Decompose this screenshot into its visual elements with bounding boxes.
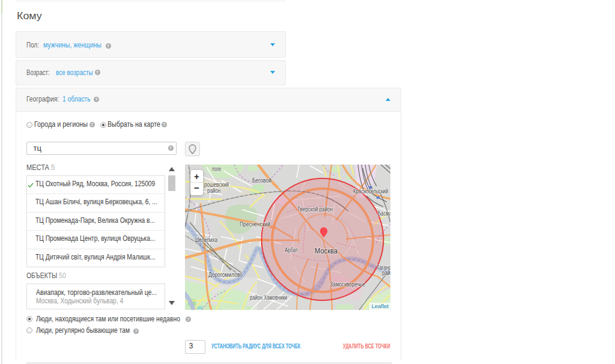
svg-text:Басма: Басма bbox=[378, 210, 390, 217]
svg-text:Арбат: Арбат bbox=[285, 246, 298, 253]
svg-text:Тверской район: Тверской район bbox=[297, 205, 333, 212]
svg-text:район Хамовники: район Хамовники bbox=[250, 294, 287, 300]
svg-text:Шелепиха: Шелепиха bbox=[195, 237, 217, 243]
svg-text:район: район bbox=[207, 187, 220, 193]
svg-text:Замоскворечье: Замоскворечье bbox=[330, 281, 365, 287]
svg-text:Дорогомилово: Дорогомилово bbox=[208, 271, 243, 278]
svg-text:рай: рай bbox=[382, 270, 390, 276]
svg-text:Беговой: Беговой bbox=[252, 177, 271, 183]
svg-text:Красносельский: Красносельский bbox=[353, 187, 388, 194]
svg-text:Пресненский: Пресненский bbox=[240, 220, 270, 227]
svg-text:поле: поле bbox=[212, 165, 221, 172]
svg-text:Москва: Москва bbox=[315, 246, 338, 255]
